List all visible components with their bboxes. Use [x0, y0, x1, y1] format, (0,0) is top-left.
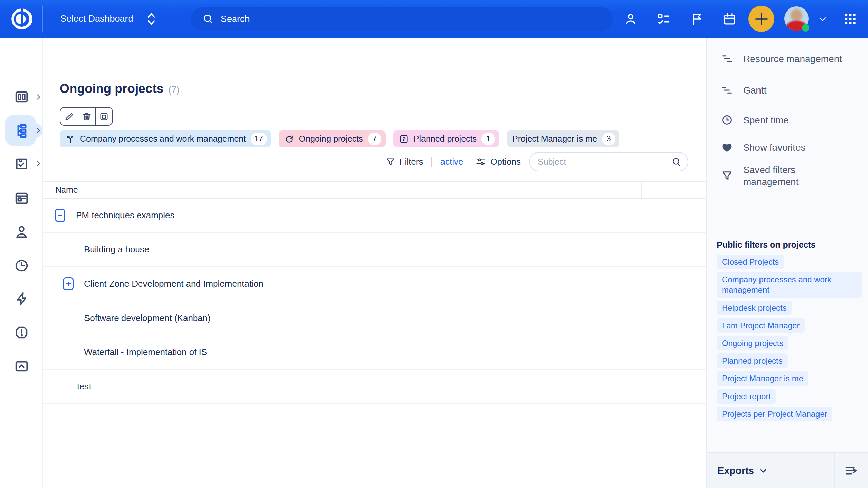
filters-button[interactable]: Filters [385, 157, 423, 167]
subject-search-icon[interactable] [671, 157, 682, 167]
left-sidebar [0, 38, 43, 488]
sidebar-menu: Resource management Gantt Spent time [720, 49, 859, 188]
filter-chip-ongoing-projects[interactable]: Ongoing projects 7 [279, 130, 386, 147]
table-row[interactable]: Software development (Kanban) [43, 301, 706, 336]
applied-filter-chips: Company processes and work management 17… [60, 130, 619, 147]
delete-button[interactable] [78, 108, 95, 125]
sidebar-collapse-button[interactable] [834, 453, 868, 488]
page-count: (7) [168, 85, 179, 95]
sidebar-item-alerts[interactable] [0, 317, 43, 348]
chevron-right-icon [35, 127, 42, 134]
list-filter-bar: Filters active Options [385, 152, 688, 171]
project-name[interactable]: Client Zone Development and Implementati… [84, 279, 263, 289]
sidebar-item-spent-time[interactable] [0, 250, 43, 281]
table-row[interactable]: PM techniques examples [43, 199, 706, 233]
public-filter-link[interactable]: Helpdesk projects [717, 301, 792, 315]
user-menu-button[interactable] [620, 0, 641, 38]
sidebar-item-modules[interactable] [0, 183, 43, 214]
calendar-button[interactable] [719, 0, 740, 38]
sidebar-item-users[interactable] [0, 216, 43, 247]
table-row[interactable]: Client Zone Development and Implementati… [43, 267, 706, 301]
gantt-bars-icon [720, 53, 734, 65]
public-filter-link[interactable]: Project Manager is me [717, 371, 808, 386]
users-icon [14, 224, 29, 240]
exports-label: Exports [717, 465, 754, 476]
chip-label: Project Manager is me [512, 134, 597, 144]
tasks-button[interactable] [654, 0, 674, 38]
table-header[interactable]: Name [43, 181, 706, 199]
project-name[interactable]: PM techniques examples [76, 210, 174, 221]
filter-chip-planned-projects[interactable]: ? Planned projects 1 [393, 130, 499, 147]
menu-item-gantt[interactable]: Gantt [720, 81, 859, 100]
sidebar-item-updates[interactable] [0, 351, 43, 382]
chip-label: Ongoing projects [299, 134, 363, 144]
app-logo[interactable] [0, 0, 43, 38]
svg-text:?: ? [402, 136, 405, 142]
sidebar-item-activity[interactable] [0, 283, 43, 314]
divider [431, 157, 432, 167]
public-filters-title: Public filters on projects [717, 240, 816, 250]
public-filters-list: Closed Projects Company processes and wo… [717, 255, 862, 421]
tray-up-icon [14, 359, 29, 374]
project-name[interactable]: Waterfall - Implementation of IS [84, 347, 207, 358]
projects-table: PM techniques examples Building a house … [43, 199, 706, 404]
chevron-right-icon [35, 93, 42, 101]
main-content: Ongoing projects (7) C [43, 38, 706, 488]
funnel-icon [385, 157, 395, 167]
profile-dropdown-chevron[interactable] [815, 0, 830, 38]
menu-item-saved-filters[interactable]: Saved filters management [720, 164, 832, 188]
project-name[interactable]: Software development (Kanban) [84, 313, 211, 323]
filter-chip-project-manager-is-me[interactable]: Project Manager is me 3 [507, 130, 619, 147]
page-action-toolbar [60, 107, 113, 126]
chevron-right-icon [35, 160, 42, 167]
top-bar: Select Dashboard Search [0, 0, 868, 38]
apps-grid-button[interactable] [840, 0, 861, 38]
expand-toggle[interactable] [63, 277, 74, 290]
online-status-dot [802, 24, 809, 32]
table-row[interactable]: test [43, 370, 706, 404]
projects-tree-icon [14, 122, 30, 139]
public-filter-link[interactable]: Projects per Project Manager [717, 407, 832, 421]
zap-icon [14, 291, 29, 307]
dashboard-selector[interactable]: Select Dashboard [60, 0, 156, 38]
chevron-up-down-icon [146, 12, 156, 26]
exports-button[interactable]: Exports [717, 453, 768, 488]
public-filter-link[interactable]: Planned projects [717, 353, 788, 368]
menu-item-spent-time[interactable]: Spent time [720, 110, 859, 129]
filter-state-active[interactable]: active [440, 157, 463, 167]
collapse-toggle[interactable] [55, 209, 65, 222]
project-name[interactable]: Building a house [84, 244, 149, 255]
question-square-icon: ? [399, 134, 409, 144]
column-header-name[interactable]: Name [43, 185, 78, 195]
edit-button[interactable] [60, 108, 78, 125]
chip-count: 3 [602, 133, 615, 145]
flags-button[interactable] [687, 0, 707, 38]
public-filter-link[interactable]: Project report [717, 389, 776, 404]
table-row[interactable]: Building a house [43, 233, 706, 267]
subject-input[interactable] [529, 152, 688, 171]
menu-item-show-favorites[interactable]: Show favorites [720, 138, 859, 157]
table-row[interactable]: Waterfall - Implementation of IS [43, 336, 706, 370]
copy-button[interactable] [95, 108, 112, 125]
sidebar-item-projects[interactable] [0, 115, 43, 146]
subject-search [529, 152, 688, 171]
options-button[interactable]: Options [475, 157, 521, 167]
public-filter-link[interactable]: Company processes and work management [717, 272, 862, 297]
public-filter-link[interactable]: I am Project Manager [717, 318, 805, 333]
public-filter-link[interactable]: Ongoing projects [717, 336, 788, 350]
chip-count: 1 [481, 133, 495, 145]
user-avatar[interactable] [784, 6, 809, 31]
tasks-clipboard-icon [14, 156, 29, 171]
sidebar-item-dashboards[interactable] [0, 81, 43, 113]
menu-item-label: Gantt [743, 84, 766, 96]
create-new-button[interactable] [748, 6, 774, 32]
sidebar-footer: Exports [707, 452, 868, 488]
sidebar-item-tasks[interactable] [0, 148, 43, 179]
project-name[interactable]: test [77, 381, 91, 392]
menu-item-resource-management[interactable]: Resource management [720, 49, 859, 68]
clock-icon [720, 114, 734, 126]
filter-chip-company-processes[interactable]: Company processes and work management 17 [60, 130, 271, 147]
global-search[interactable]: Search [191, 7, 613, 30]
plus-icon [754, 12, 769, 26]
public-filter-link[interactable]: Closed Projects [717, 255, 784, 269]
